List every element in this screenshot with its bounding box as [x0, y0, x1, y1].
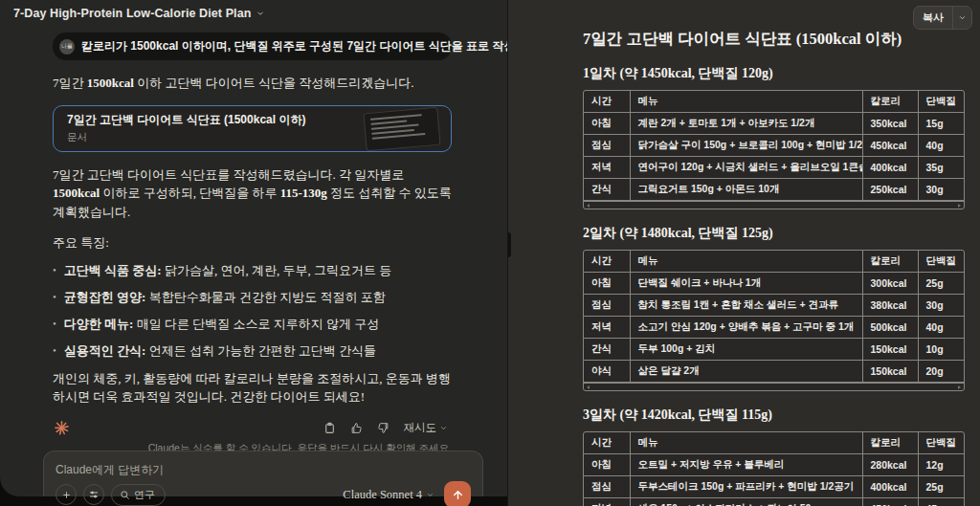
intro-text: 7일간	[53, 76, 87, 90]
table-cell: 그릭요거트 150g + 아몬드 10개	[630, 179, 862, 201]
table-cell: 15g	[918, 113, 964, 135]
intro-bold: 1500kcal	[87, 76, 134, 90]
feature-item: •실용적인 간식: 언제든 섭취 가능한 간편한 고단백 간식들	[53, 342, 452, 360]
table-cell: 400kcal	[862, 157, 918, 179]
diet-table: 시간메뉴칼로리단백질아침단백질 쉐이크 + 바나나 1개300kcal25g점심…	[583, 250, 965, 391]
copy-artifact-button[interactable]: 복사	[913, 6, 972, 30]
retry-button[interactable]: 재시도	[400, 419, 453, 437]
table-cell: 소고기 안심 120g + 양배추 볶음 + 고구마 중 1개	[630, 317, 862, 339]
table-scrollbar[interactable]	[584, 201, 964, 209]
composer: 연구 Claude Sonnet 4	[43, 451, 483, 496]
features-heading: 주요 특징:	[53, 233, 452, 253]
user-avatar: 나를	[59, 39, 75, 55]
table-row: 야식삶은 달걀 2개150kcal20g	[584, 361, 964, 383]
scroll-left-icon[interactable]	[587, 204, 590, 208]
artifact-card-subtitle: 문서	[67, 131, 345, 144]
table-header-row: 시간메뉴칼로리단백질	[584, 91, 964, 113]
features-list: •고단백 식품 중심: 닭가슴살, 연어, 계란, 두부, 그릭요거트 등 •균…	[53, 262, 452, 360]
copy-response-icon[interactable]	[320, 418, 341, 439]
research-label: 연구	[134, 488, 155, 502]
table-row: 아침계란 2개 + 토마토 1개 + 아보카도 1/2개350kcal15g	[584, 113, 964, 135]
user-message-row: 나를 칼로리가 1500kcal 이하이며, 단백질 위주로 구성된 7일간 다…	[53, 28, 452, 60]
artifact-card[interactable]: 7일간 고단백 다이어트 식단표 (1500kcal 이하) 문서	[53, 105, 452, 152]
table-cell: 저녁	[584, 317, 630, 339]
composer-toolbar: 연구 Claude Sonnet 4	[56, 481, 471, 506]
feature-item: •균형잡힌 영양: 복합탄수화물과 건강한 지방도 적절히 포함	[53, 289, 452, 306]
feature-text: 복합탄수화물과 건강한 지방도 적절히 포함	[145, 290, 385, 304]
column-header: 단백질	[918, 91, 964, 113]
table-cell: 참치 통조림 1캔 + 혼합 채소 샐러드 + 견과류	[630, 295, 862, 317]
conversation-header[interactable]: 7-Day High-Protein Low-Calorie Diet Plan	[0, 0, 507, 24]
column-header: 칼로리	[862, 432, 918, 454]
scroll-left-icon[interactable]	[587, 385, 590, 389]
table-cell: 12g	[918, 454, 964, 476]
assistant-closing: 개인의 체중, 키, 활동량에 따라 칼로리나 분량을 조절하시고, 운동과 병…	[53, 369, 452, 407]
claude-app: 7-Day High-Protein Low-Calorie Diet Plan…	[0, 0, 980, 506]
table-cell: 250kcal	[862, 179, 918, 201]
summary-text: 이하로 구성하되, 단백질을 하루	[100, 186, 280, 200]
scroll-right-icon[interactable]	[958, 204, 961, 208]
table-cell: 300kcal	[862, 273, 918, 295]
column-header: 시간	[584, 251, 630, 273]
artifact-panel: 복사 7일간 고단백 다이어트 식단표 (1500kcal 이하) 1일차 (약…	[507, 0, 980, 506]
diet-days: 1일차 (약 1450kcal, 단백질 120g)시간메뉴칼로리단백질아침계란…	[583, 65, 965, 506]
table-scrollbar[interactable]	[584, 383, 964, 390]
feature-label: 균형잡힌 영양:	[64, 290, 146, 304]
table-row: 간식두부 100g + 김치150kcal10g	[584, 339, 964, 361]
chat-surface: 7-Day High-Protein Low-Calorie Diet Plan…	[0, 0, 507, 496]
thumbs-up-icon[interactable]	[346, 418, 368, 439]
column-header: 시간	[584, 91, 630, 113]
bullet-icon: •	[53, 342, 56, 360]
table-cell: 점심	[584, 476, 630, 498]
feature-text: 매일 다른 단백질 소스로 지루하지 않게 구성	[133, 317, 379, 331]
column-header: 메뉴	[630, 91, 862, 113]
claude-logo-icon	[53, 419, 71, 437]
table-cell: 연어구이 120g + 시금치 샐러드 + 올리브오일 1큰술	[630, 157, 862, 179]
feature-text: 닭가슴살, 연어, 계란, 두부, 그릭요거트 등	[162, 263, 392, 277]
feature-label: 다양한 메뉴:	[64, 317, 134, 331]
table-cell: 280kcal	[862, 454, 918, 476]
table-cell: 계란 2개 + 토마토 1개 + 아보카도 1/2개	[630, 113, 862, 135]
column-header: 시간	[584, 432, 630, 454]
table-cell: 두부 100g + 김치	[630, 339, 862, 361]
attach-button[interactable]	[56, 484, 77, 505]
table-row: 점심닭가슴살 구이 150g + 브로콜리 100g + 현미밥 1/2공기45…	[584, 135, 964, 157]
table-cell: 저녁	[584, 498, 630, 506]
panel-drag-handle[interactable]	[507, 232, 511, 257]
chat-panel: 7-Day High-Protein Low-Calorie Diet Plan…	[0, 0, 507, 506]
send-button[interactable]	[444, 481, 471, 506]
table-cell: 10g	[918, 339, 964, 361]
table-row: 저녁소고기 안심 120g + 양배추 볶음 + 고구마 중 1개500kcal…	[584, 317, 964, 339]
table-cell: 40g	[918, 317, 964, 339]
research-button[interactable]: 연구	[111, 484, 166, 506]
bullet-icon: •	[53, 262, 56, 279]
table-row: 간식그릭요거트 150g + 아몬드 10개250kcal30g	[584, 179, 964, 201]
table-cell: 20g	[918, 361, 964, 383]
table-cell: 야식	[584, 361, 630, 383]
composer-input[interactable]	[56, 463, 471, 476]
artifact-document: 7일간 고단백 다이어트 식단표 (1500kcal 이하) 1일차 (약 14…	[508, 0, 980, 506]
table-cell: 새우 150g + 아스파라거스 + 퀴노아 50g	[630, 498, 862, 506]
sliders-icon	[88, 489, 100, 500]
feature-item: •고단백 식품 중심: 닭가슴살, 연어, 계란, 두부, 그릭요거트 등	[53, 262, 452, 279]
table-cell: 25g	[918, 273, 964, 295]
table-cell: 오트밀 + 저지방 우유 + 블루베리	[630, 454, 862, 476]
scroll-right-icon[interactable]	[958, 385, 961, 389]
table-cell: 두부스테이크 150g + 파프리카 + 현미밥 1/2공기	[630, 476, 862, 498]
table-row: 아침단백질 쉐이크 + 바나나 1개300kcal25g	[584, 273, 964, 295]
table-cell: 저녁	[584, 157, 630, 179]
table-header-row: 시간메뉴칼로리단백질	[584, 432, 964, 454]
assistant-intro: 7일간 1500kcal 이하 고단백 다이어트 식단을 작성해드리겠습니다.	[53, 74, 452, 93]
tools-button[interactable]	[83, 484, 104, 505]
chevron-down-icon[interactable]	[953, 10, 971, 26]
table-cell: 아침	[584, 113, 630, 135]
bullet-icon: •	[53, 316, 56, 333]
thumbs-down-icon[interactable]	[373, 418, 394, 439]
table-cell: 25g	[918, 476, 964, 498]
message-actions-row: 재시도	[53, 418, 452, 439]
table-cell: 45g	[918, 498, 964, 506]
model-selector[interactable]: Claude Sonnet 4	[343, 488, 434, 502]
day-heading: 1일차 (약 1450kcal, 단백질 120g)	[583, 65, 965, 82]
table-cell: 150kcal	[862, 339, 918, 361]
document-title: 7일간 고단백 다이어트 식단표 (1500kcal 이하)	[583, 29, 965, 50]
